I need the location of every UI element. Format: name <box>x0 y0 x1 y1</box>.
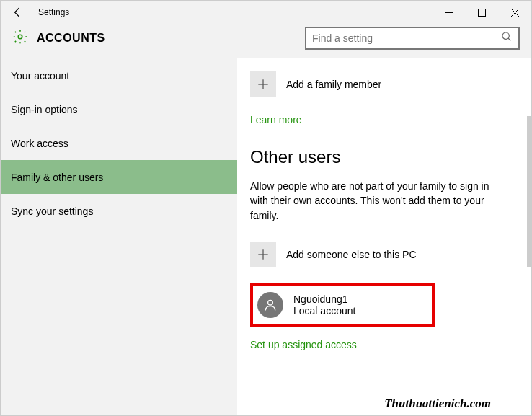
content-pane: Add a family member Learn more Other use… <box>237 58 531 416</box>
user-avatar-icon <box>257 292 283 318</box>
user-type: Local account <box>293 305 355 317</box>
other-users-description: Allow people who are not part of your fa… <box>250 179 504 223</box>
window-title: Settings <box>35 7 432 17</box>
sidebar-item-label: Work access <box>11 138 68 149</box>
plus-icon <box>250 71 276 97</box>
sidebar-item-label: Family & other users <box>11 172 103 183</box>
sidebar: Your account Sign-in options Work access… <box>1 58 237 416</box>
sidebar-item-family-other-users[interactable]: Family & other users <box>1 160 237 194</box>
svg-line-6 <box>508 38 510 40</box>
plus-icon <box>250 242 276 267</box>
sidebar-item-sync-settings[interactable]: Sync your settings <box>1 194 237 228</box>
minimize-button[interactable] <box>432 1 465 24</box>
other-users-heading: Other users <box>250 147 511 167</box>
watermark: Thuthuattienich.com <box>384 397 491 411</box>
search-box[interactable] <box>305 27 520 50</box>
add-someone-else-button[interactable]: Add someone else to this PC <box>250 242 511 267</box>
scrollbar[interactable] <box>527 116 531 267</box>
assigned-access-link[interactable]: Set up assigned access <box>250 339 357 350</box>
sidebar-item-label: Your account <box>11 70 69 81</box>
add-family-label: Add a family member <box>286 79 381 90</box>
sidebar-item-label: Sign-in options <box>11 104 78 115</box>
sidebar-item-label: Sync your settings <box>11 205 93 217</box>
add-family-member-button[interactable]: Add a family member <box>250 71 511 97</box>
svg-point-11 <box>268 300 273 305</box>
sidebar-item-work-access[interactable]: Work access <box>1 126 237 160</box>
maximize-button[interactable] <box>465 1 498 24</box>
svg-point-5 <box>502 32 509 39</box>
highlight-annotation: Nguoidung1 Local account <box>250 283 435 327</box>
sidebar-item-signin-options[interactable]: Sign-in options <box>1 92 237 126</box>
page-title: ACCOUNTS <box>37 32 305 45</box>
sidebar-item-your-account[interactable]: Your account <box>1 58 237 92</box>
learn-more-link[interactable]: Learn more <box>250 114 302 125</box>
search-input[interactable] <box>312 32 501 44</box>
close-button[interactable] <box>498 1 531 24</box>
user-name: Nguoidung1 <box>293 293 355 305</box>
user-account-row[interactable]: Nguoidung1 Local account <box>253 286 432 324</box>
back-button[interactable] <box>1 1 35 24</box>
settings-gear-icon <box>12 29 28 48</box>
search-icon <box>501 31 513 45</box>
add-someone-label: Add someone else to this PC <box>286 249 417 260</box>
svg-rect-1 <box>478 9 485 16</box>
svg-point-4 <box>18 35 22 39</box>
